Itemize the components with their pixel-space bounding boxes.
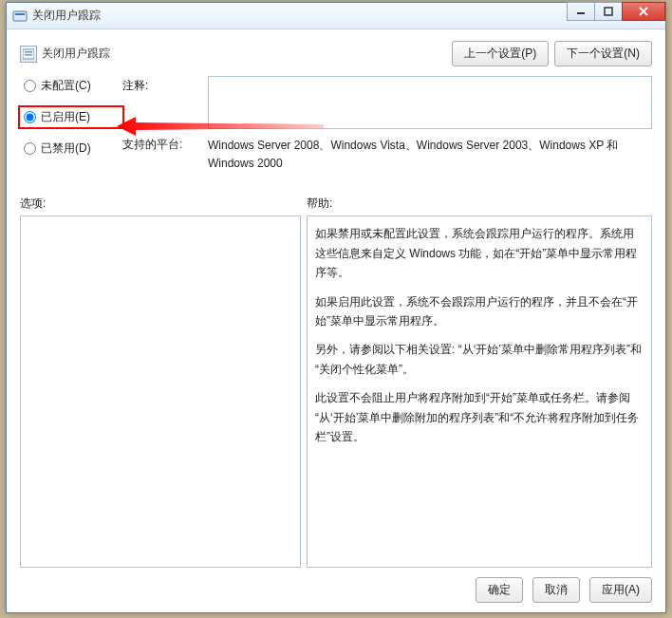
dialog-window: 关闭用户跟踪 关闭用户跟踪 上一个设置(P) 下一个设置(N) 未配置(C) bbox=[6, 2, 666, 613]
platform-label: 支持的平台: bbox=[122, 137, 198, 173]
help-paragraph: 如果禁用或未配置此设置，系统会跟踪用户运行的程序。系统用这些信息来自定义 Win… bbox=[315, 224, 644, 282]
comment-row: 注释: bbox=[122, 76, 652, 129]
bottom-buttons: 确定 取消 应用(A) bbox=[20, 568, 652, 603]
prev-setting-button[interactable]: 上一个设置(P) bbox=[452, 41, 549, 66]
help-paragraph: 另外，请参阅以下相关设置: “从‘开始’菜单中删除常用程序列表”和“关闭个性化菜… bbox=[315, 340, 644, 379]
help-paragraph: 如果启用此设置，系统不会跟踪用户运行的程序，并且不会在“开始”菜单中显示常用程序… bbox=[315, 292, 644, 331]
svg-rect-8 bbox=[25, 54, 32, 56]
window-controls bbox=[568, 2, 665, 21]
radio-group: 未配置(C) 已启用(E) 已禁用(D) bbox=[20, 76, 122, 173]
platform-row: 支持的平台: Windows Server 2008、Windows Vista… bbox=[122, 137, 652, 173]
header-row: 关闭用户跟踪 上一个设置(P) 下一个设置(N) bbox=[20, 41, 652, 66]
titlebar-text: 关闭用户跟踪 bbox=[32, 8, 101, 24]
platform-text: Windows Server 2008、Windows Vista、Window… bbox=[208, 137, 652, 173]
radio-not-configured-input[interactable] bbox=[24, 80, 36, 92]
radio-disabled-label: 已禁用(D) bbox=[41, 140, 91, 157]
radio-enabled[interactable]: 已启用(E) bbox=[18, 105, 124, 129]
help-label: 帮助: bbox=[307, 196, 332, 212]
cancel-button[interactable]: 取消 bbox=[532, 577, 580, 603]
ok-button[interactable]: 确定 bbox=[476, 577, 523, 603]
nav-buttons: 上一个设置(P) 下一个设置(N) bbox=[452, 41, 652, 66]
comment-label: 注释: bbox=[122, 76, 198, 129]
options-label: 选项: bbox=[20, 196, 307, 212]
svg-rect-7 bbox=[25, 51, 32, 53]
radio-not-configured[interactable]: 未配置(C) bbox=[24, 78, 122, 94]
header-title: 关闭用户跟踪 bbox=[42, 46, 452, 62]
help-pane[interactable]: 如果禁用或未配置此设置，系统会跟踪用户运行的程序。系统用这些信息来自定义 Win… bbox=[307, 215, 652, 568]
help-paragraph: 此设置不会阻止用户将程序附加到“开始”菜单或任务栏。请参阅“从‘开始’菜单中删除… bbox=[315, 388, 644, 446]
radio-disabled-input[interactable] bbox=[24, 142, 36, 155]
comment-textarea[interactable] bbox=[208, 76, 652, 129]
right-col: 注释: 支持的平台: Windows Server 2008、Windows V… bbox=[122, 76, 652, 173]
maximize-button[interactable] bbox=[594, 2, 623, 21]
next-setting-button[interactable]: 下一个设置(N) bbox=[554, 41, 652, 66]
apply-button[interactable]: 应用(A) bbox=[589, 577, 652, 603]
close-button[interactable] bbox=[622, 2, 665, 21]
mid-labels: 选项: 帮助: bbox=[20, 196, 652, 212]
svg-rect-3 bbox=[605, 8, 612, 15]
titlebar[interactable]: 关闭用户跟踪 bbox=[7, 3, 665, 29]
radio-enabled-input[interactable] bbox=[24, 111, 36, 123]
minimize-button[interactable] bbox=[567, 2, 595, 21]
radio-enabled-label: 已启用(E) bbox=[41, 109, 90, 125]
radio-not-configured-label: 未配置(C) bbox=[41, 78, 91, 94]
top-grid: 未配置(C) 已启用(E) 已禁用(D) 注释: 支持的平台: bbox=[20, 76, 652, 173]
svg-rect-1 bbox=[15, 13, 25, 15]
app-icon bbox=[12, 9, 28, 24]
svg-rect-0 bbox=[13, 11, 27, 21]
radio-disabled[interactable]: 已禁用(D) bbox=[24, 140, 122, 157]
panes: 如果禁用或未配置此设置，系统会跟踪用户运行的程序。系统用这些信息来自定义 Win… bbox=[20, 215, 652, 568]
options-pane bbox=[20, 215, 301, 568]
policy-icon bbox=[20, 46, 37, 63]
dialog-content: 关闭用户跟踪 上一个设置(P) 下一个设置(N) 未配置(C) 已启用(E) 已… bbox=[7, 29, 665, 612]
